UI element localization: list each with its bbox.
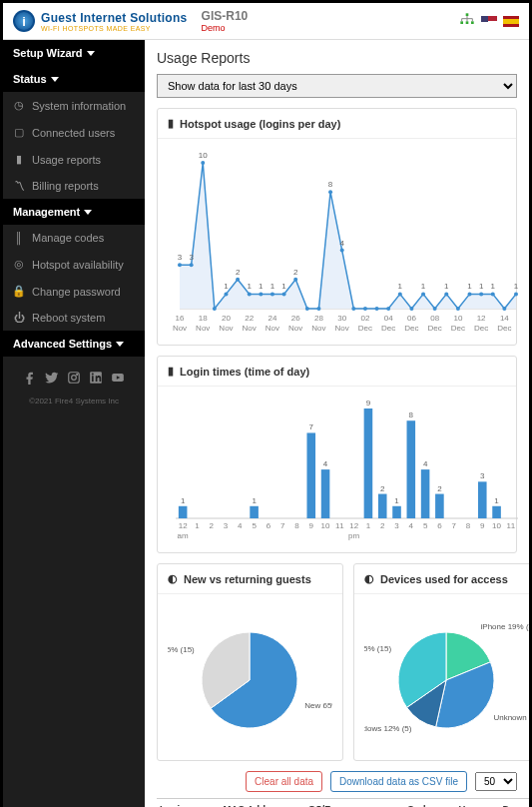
network-icon[interactable] (459, 12, 475, 30)
twitter-icon[interactable] (45, 371, 59, 387)
panel-title: Devices used for access (380, 573, 508, 585)
svg-rect-1 (460, 21, 463, 24)
download-csv-button[interactable]: Download data as CSV file (330, 771, 467, 792)
sidebar-item-label: System information (32, 100, 126, 112)
svg-text:02: 02 (360, 314, 369, 323)
table-header[interactable]: MAC Address (221, 799, 305, 808)
svg-point-42 (375, 307, 379, 311)
svg-text:3: 3 (394, 521, 399, 530)
svg-text:1: 1 (398, 282, 403, 291)
svg-text:10: 10 (199, 151, 208, 160)
svg-text:1: 1 (494, 496, 499, 505)
svg-text:1: 1 (181, 496, 186, 505)
svg-text:8: 8 (409, 410, 414, 419)
sidebar-section-management[interactable]: Management (3, 199, 145, 225)
pie-icon: ◐ (364, 572, 374, 585)
svg-text:8: 8 (294, 521, 299, 530)
svg-point-46 (409, 307, 413, 311)
main-content: Usage Reports Show data for last 30 days… (145, 40, 529, 807)
flag-es-icon[interactable] (503, 16, 519, 27)
linkedin-icon[interactable] (89, 371, 103, 387)
svg-rect-2 (466, 21, 469, 24)
svg-rect-107 (306, 432, 315, 518)
svg-text:08: 08 (430, 314, 439, 323)
barcode-icon: ║ (13, 232, 25, 244)
table-header[interactable]: OS/Browser (305, 799, 404, 808)
sidebar-item-usage-reports[interactable]: ▮Usage reports (3, 146, 145, 173)
sidebar-item-label: Hotspot availability (32, 259, 124, 271)
table-header[interactable]: Code (404, 799, 455, 808)
svg-text:11: 11 (335, 521, 344, 530)
svg-point-50 (444, 292, 448, 296)
svg-text:Unknown 35% (15): Unknown 35% (15) (493, 713, 529, 722)
line-chart: 3310121111284111111116Nov18Nov20Nov22Nov… (168, 147, 522, 337)
svg-text:iPhone 19% (8): iPhone 19% (8) (481, 622, 529, 631)
date-range-select[interactable]: Show data for last 30 days (157, 74, 517, 98)
page-size-select[interactable]: 50 (475, 772, 517, 791)
svg-text:20: 20 (222, 314, 231, 323)
svg-text:22: 22 (245, 314, 254, 323)
svg-rect-110 (321, 469, 330, 518)
svg-text:04: 04 (384, 314, 393, 323)
panel-title: Login times (time of day) (180, 366, 309, 378)
top-bar: i Guest Internet Solutions WI-FI HOTSPOT… (3, 3, 529, 40)
svg-text:12: 12 (349, 521, 358, 530)
svg-rect-8 (92, 376, 94, 382)
svg-text:1: 1 (467, 282, 472, 291)
svg-text:3: 3 (224, 521, 229, 530)
table-header[interactable]: Usage♦ (455, 799, 499, 808)
svg-point-34 (305, 307, 309, 311)
sidebar-section-status[interactable]: Status (3, 66, 145, 92)
svg-text:3: 3 (189, 253, 194, 262)
sidebar-section-advanced[interactable]: Advanced Settings (3, 331, 145, 357)
svg-point-36 (328, 190, 332, 194)
svg-text:6: 6 (437, 521, 442, 530)
svg-rect-119 (378, 494, 387, 518)
flag-us-icon[interactable] (481, 16, 497, 27)
svg-text:3: 3 (178, 253, 183, 262)
svg-rect-93 (179, 506, 188, 518)
sidebar-item-system-information[interactable]: ◷System information (3, 92, 145, 119)
bar-chart: 112am123415678794101112pm912213844526783… (168, 395, 522, 544)
sidebar-item-connected-users[interactable]: ▢Connected users (3, 119, 145, 146)
svg-point-57 (491, 292, 495, 296)
svg-point-53 (468, 292, 472, 296)
chart-line-icon: 〽 (13, 180, 25, 192)
svg-text:am: am (178, 531, 189, 540)
svg-text:24: 24 (268, 314, 277, 323)
sidebar-item-reboot-system[interactable]: ⏻Reboot system (3, 305, 145, 331)
svg-point-52 (456, 307, 460, 311)
table-header[interactable]: Down♦ (500, 799, 533, 808)
instagram-icon[interactable] (67, 371, 81, 387)
svg-text:Dec: Dec (404, 324, 418, 333)
brand-logo[interactable]: i Guest Internet Solutions WI-FI HOTSPOT… (13, 10, 188, 32)
svg-text:1: 1 (491, 282, 496, 291)
panel-new-returning: ◐New vs returning guests New 65% (28)Ret… (157, 563, 343, 761)
table-header[interactable]: Login♦ (157, 799, 221, 808)
sidebar-item-label: Reboot system (32, 312, 105, 324)
sidebar-item-hotspot-availability[interactable]: ◎Hotspot availability (3, 251, 145, 278)
svg-text:4: 4 (238, 521, 243, 530)
sidebar-section-wizard[interactable]: Setup Wizard (3, 40, 145, 66)
svg-point-5 (72, 376, 77, 381)
svg-text:Nov: Nov (311, 324, 325, 333)
svg-text:2: 2 (380, 521, 385, 530)
svg-text:Dec: Dec (451, 324, 465, 333)
facebook-icon[interactable] (23, 371, 37, 387)
svg-text:Dec: Dec (497, 324, 511, 333)
svg-rect-3 (471, 21, 474, 24)
clear-data-button[interactable]: Clear all data (246, 771, 322, 792)
svg-text:9: 9 (309, 521, 314, 530)
svg-text:1: 1 (247, 282, 252, 291)
svg-text:Returning 35% (15): Returning 35% (15) (168, 645, 195, 654)
chevron-down-icon (116, 342, 124, 347)
table-actions: Clear all data Download data as CSV file… (157, 771, 517, 792)
sidebar-item-billing-reports[interactable]: 〽Billing reports (3, 173, 145, 199)
svg-rect-139 (492, 506, 501, 518)
svg-point-38 (340, 249, 344, 253)
youtube-icon[interactable] (111, 371, 125, 387)
sidebar-item-change-password[interactable]: 🔒Change password (3, 278, 145, 305)
svg-text:Nov: Nov (335, 324, 349, 333)
svg-point-43 (386, 307, 390, 311)
sidebar-item-manage-codes[interactable]: ║Manage codes (3, 225, 145, 251)
